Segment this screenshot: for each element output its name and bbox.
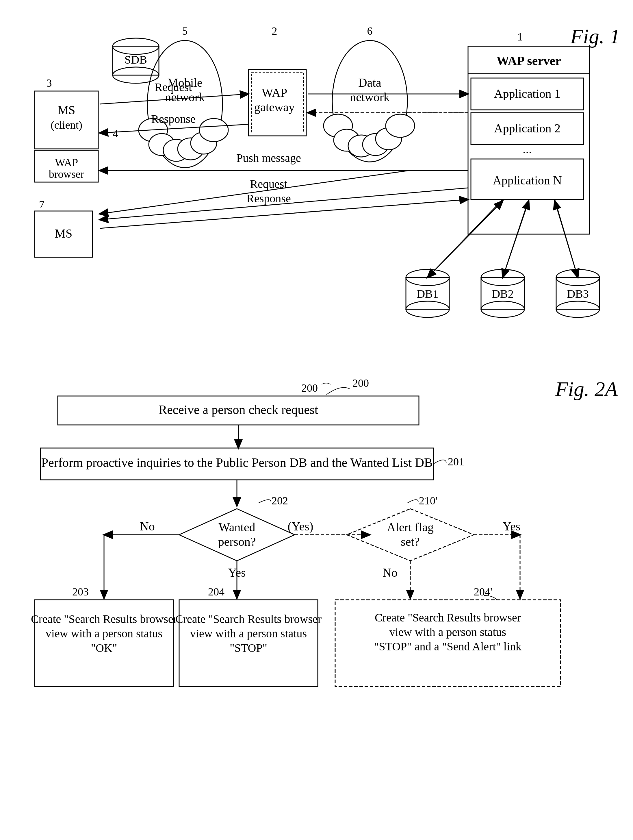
svg-text:"STOP" and a "Send Alert" link: "STOP" and a "Send Alert" link: [374, 640, 521, 653]
svg-text:200: 200: [301, 382, 318, 394]
svg-text:2: 2: [272, 25, 277, 37]
svg-text:Alert flag: Alert flag: [387, 521, 434, 534]
svg-rect-30: [468, 46, 589, 234]
svg-text:WAP server: WAP server: [496, 54, 561, 68]
fig1-svg: Fig. 1 SDB 5 Mobile network 2 WAP: [23, 17, 630, 350]
svg-text:7: 7: [39, 198, 44, 210]
page: Fig. 1 SDB 5 Mobile network 2 WAP: [0, 0, 633, 840]
svg-marker-99: [179, 509, 295, 561]
svg-line-78: [428, 201, 503, 278]
svg-text:"OK": "OK": [91, 641, 117, 654]
svg-text:WAP: WAP: [262, 86, 287, 99]
svg-text:(client): (client): [50, 119, 82, 131]
svg-text:Request: Request: [155, 81, 192, 94]
fig2a-svg: Fig. 2A 200 ⌒ Receive a person check req…: [23, 373, 630, 807]
svg-text:SDB: SDB: [124, 53, 147, 66]
svg-text:6: 6: [367, 25, 373, 37]
svg-text:3: 3: [47, 77, 52, 89]
svg-text:Application N: Application N: [493, 174, 562, 187]
svg-text:DB2: DB2: [492, 287, 514, 300]
svg-text:view with a person status: view with a person status: [46, 627, 162, 640]
svg-text:WAP: WAP: [55, 156, 78, 169]
svg-text:Push message: Push message: [236, 152, 301, 164]
svg-text:1: 1: [517, 31, 523, 43]
svg-text:view with a person status: view with a person status: [389, 625, 506, 638]
svg-text:MS: MS: [55, 227, 72, 240]
fig2a-title: Fig. 2A: [555, 377, 618, 401]
svg-point-26: [386, 114, 414, 137]
svg-text:DB1: DB1: [417, 287, 439, 300]
svg-line-80: [555, 201, 578, 278]
svg-text:DB3: DB3: [567, 287, 589, 300]
svg-text:view with a person status: view with a person status: [190, 627, 307, 640]
svg-point-11: [199, 118, 228, 142]
svg-text:Data: Data: [358, 76, 381, 89]
svg-text:network: network: [350, 90, 390, 104]
svg-text:Application 2: Application 2: [494, 122, 561, 135]
svg-text:5: 5: [182, 25, 188, 37]
fig2-container: Fig. 2A 200 ⌒ Receive a person check req…: [23, 373, 610, 807]
svg-text:Application 1: Application 1: [494, 87, 561, 100]
svg-text:Perform proactive inquiries to: Perform proactive inquiries to the Publi…: [41, 456, 433, 470]
svg-text:browser: browser: [49, 168, 84, 180]
svg-text:Response: Response: [151, 112, 195, 125]
svg-text:Create "Search Results browser: Create "Search Results browser: [31, 613, 177, 625]
svg-text:gateway: gateway: [254, 101, 295, 114]
svg-text:(Yes): (Yes): [287, 520, 313, 533]
svg-text:200: 200: [353, 377, 369, 389]
svg-text:set?: set?: [401, 535, 419, 548]
svg-text:No: No: [383, 566, 397, 579]
svg-text:4: 4: [113, 128, 118, 140]
svg-text:203: 203: [72, 586, 89, 598]
svg-text:Response: Response: [246, 192, 291, 205]
svg-text:person?: person?: [218, 535, 256, 548]
svg-text:Create "Search Results browser: Create "Search Results browser: [175, 613, 321, 625]
svg-line-79: [503, 201, 529, 278]
svg-text:MS: MS: [58, 104, 76, 117]
fig1-container: Fig. 1 SDB 5 Mobile network 2 WAP: [23, 17, 610, 350]
svg-text:202: 202: [272, 494, 288, 507]
svg-text:Create "Search Results browser: Create "Search Results browser: [375, 611, 521, 624]
svg-text:Wanted: Wanted: [219, 521, 255, 534]
svg-text:...: ...: [523, 142, 532, 156]
svg-text:Receive a person check request: Receive a person check request: [159, 403, 318, 417]
svg-text:No: No: [140, 520, 154, 533]
svg-text:201: 201: [448, 456, 464, 468]
svg-text:"STOP": "STOP": [230, 641, 267, 654]
svg-text:204: 204: [208, 586, 225, 598]
fig1-title: Fig. 1: [570, 25, 620, 48]
svg-text:Yes: Yes: [503, 520, 520, 533]
svg-text:210': 210': [419, 494, 438, 507]
